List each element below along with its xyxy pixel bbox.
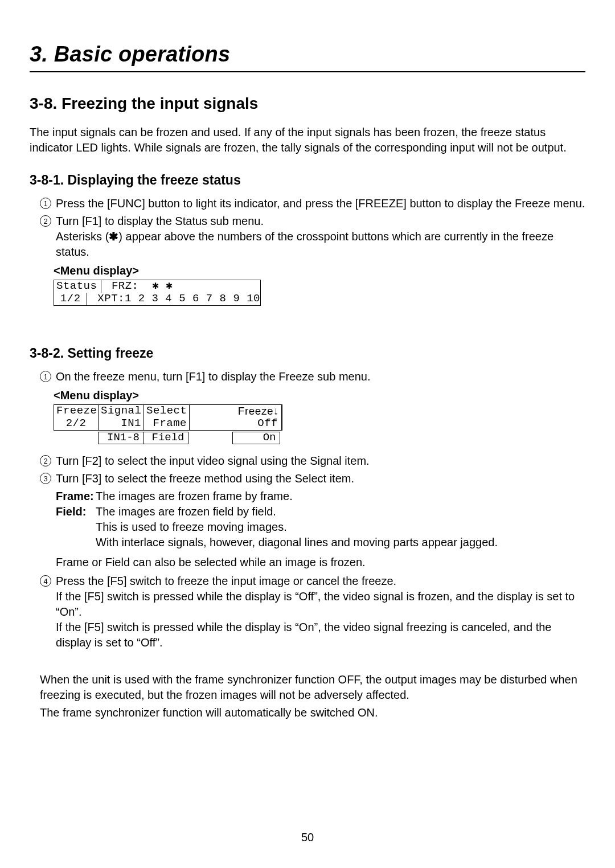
step4-line2: If the [F5] switch is pressed while the … [56,590,575,618]
step-2: 2 Turn [F1] to display the Status sub me… [40,214,585,260]
step-number-icon: 3 [40,473,51,484]
def-term-frame: Frame: [56,489,96,504]
menu-value: 2/2 [54,417,99,430]
option-select: Field [143,432,188,444]
menu-display-freeze: Freeze Signal Select Freeze↓ 2/2 IN1 Fra… [54,404,282,431]
menu-display-status: Status FRZ: ✱ ✱ 1/2 XPT:1 2 3 4 5 6 7 8 … [54,280,261,306]
step4-line1: Press the [F5] switch to freeze the inpu… [56,575,396,587]
menu-header: Freeze↓ [190,405,282,417]
section-title: 3-8. Freezing the input signals [30,93,585,114]
step-number-icon: 1 [40,371,51,382]
step-text: Press the [F5] switch to freeze the inpu… [56,574,585,650]
menu-header: Select [144,405,190,417]
step-2b: 2 Turn [F2] to select the input video si… [40,453,585,469]
menu-header: Freeze [54,405,99,417]
step-3: 3 Turn [F3] to select the freeze method … [40,471,585,486]
menu-value: Off [190,417,282,430]
menu-display-label: <Menu display> [54,263,585,279]
definition-list: Frame: The images are frozen frame by fr… [56,489,585,550]
def-field-line1: The images are frozen field by field. [96,504,585,519]
menu-cell: XPT:1 2 3 4 5 6 7 8 9 10 [87,293,260,305]
subsection-2-title: 3-8-2. Setting freeze [30,345,585,362]
def-field-line3: With interlace signals, however, diagona… [96,535,585,550]
chapter-title: 3. Basic operations [30,40,585,72]
menu-cell: 1/2 [54,293,87,305]
option-signal: IN1-8 [98,432,144,444]
menu-cell: Status [54,280,101,293]
menu-options-row: IN1-8 Field On [54,432,585,444]
step-number-icon: 1 [40,198,51,209]
step-text: On the freeze menu, turn [F1] to display… [56,369,585,384]
asterisk-icon: ✱ [109,230,118,243]
menu-value: IN1 [99,417,144,430]
step-2-line2-post: ) appear above the numbers of the crossp… [56,230,554,258]
intro-paragraph: The input signals can be frozen and used… [30,125,585,155]
step-text: Turn [F2] to select the input video sign… [56,453,585,469]
menu-display-label: <Menu display> [54,388,585,403]
menu-value: Frame [144,417,190,430]
step-number-icon: 2 [40,455,51,466]
step-2-line2-pre: Asterisks ( [56,230,109,243]
def-frame: The images are frozen frame by frame. [96,489,585,504]
page-number: 50 [0,830,615,845]
option-freeze: On [232,432,280,444]
menu-cell: FRZ: ✱ ✱ [101,280,260,293]
step-text: Turn [F1] to display the Status sub menu… [56,214,585,260]
step-number-icon: 2 [40,215,51,227]
def-field-line2: This is used to freeze moving images. [96,519,585,535]
step-1: 1 Press the [FUNC] button to light its i… [40,196,585,211]
def-term-field: Field: [56,504,96,519]
subsection-1-title: 3-8-1. Displaying the freeze status [30,171,585,189]
note-frame-field: Frame or Field can also be selected whil… [56,555,585,570]
closing-paragraph-1: When the unit is used with the frame syn… [40,672,585,703]
step-text: Press the [FUNC] button to light its ind… [56,196,585,211]
step-4: 4 Press the [F5] switch to freeze the in… [40,574,585,650]
menu-header: Signal [99,405,144,417]
closing-paragraph-2: The frame synchronizer function will aut… [40,705,585,720]
step4-line3: If the [F5] switch is pressed while the … [56,621,551,649]
step-2-line1: Turn [F1] to display the Status sub menu… [56,215,264,227]
step-text: Turn [F3] to select the freeze method us… [56,471,585,486]
step-number-icon: 4 [40,575,51,587]
step-1b: 1 On the freeze menu, turn [F1] to displ… [40,369,585,384]
